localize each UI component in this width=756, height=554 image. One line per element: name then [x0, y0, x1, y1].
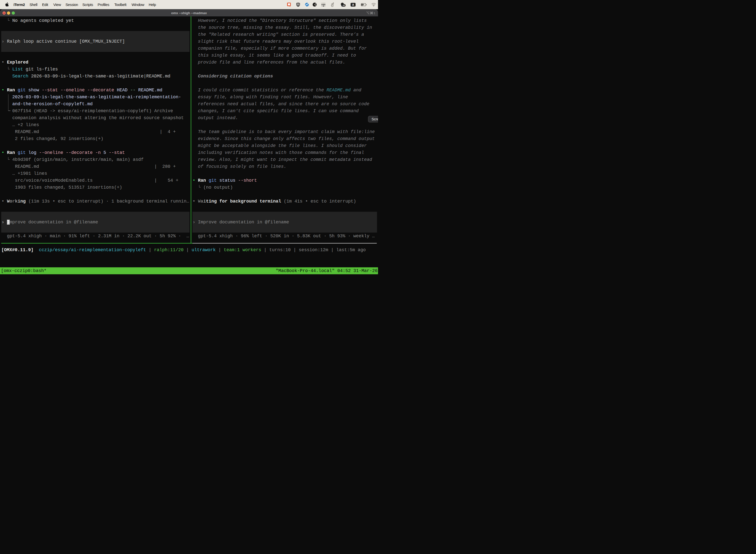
svg-text:A: A [352, 3, 354, 6]
svg-text:..61: ..61 [342, 4, 345, 6]
svg-text:1: 1 [374, 12, 375, 14]
